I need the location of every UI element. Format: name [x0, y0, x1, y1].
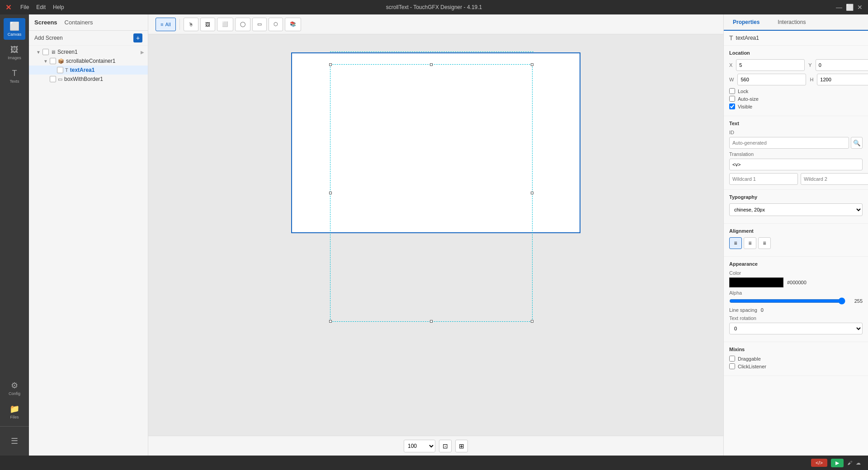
- layers-header: Screens Containers: [29, 14, 148, 31]
- color-label: Color: [729, 270, 863, 276]
- appearance-section: Appearance Color #000000 Alpha 255 Line …: [724, 257, 868, 342]
- wildcard-row: − +: [729, 173, 863, 185]
- autosize-label: Auto-size: [738, 96, 759, 102]
- lock-checkbox[interactable]: [729, 88, 735, 94]
- tools-divider: [0, 426, 29, 427]
- typography-select[interactable]: chinese, 20px: [729, 203, 863, 216]
- tool-images[interactable]: 🖼 Images: [4, 42, 25, 63]
- tool-hamburger[interactable]: ☰: [4, 430, 25, 452]
- w-input[interactable]: [737, 74, 806, 85]
- wildcard1-input[interactable]: [729, 173, 798, 185]
- text-rotation-select[interactable]: 0: [729, 323, 863, 334]
- alpha-slider[interactable]: [729, 297, 845, 305]
- code-icon: </>: [816, 460, 823, 465]
- title-bar: ✕ File Edit Help scrollText - TouchGFX D…: [0, 0, 868, 14]
- mixins-section: Mixins Draggable ClickListener: [724, 342, 868, 376]
- id-row: 🔍: [729, 137, 863, 149]
- tab-interactions[interactable]: Interactions: [769, 14, 815, 31]
- play-button[interactable]: ▶: [831, 459, 844, 467]
- menu-file[interactable]: File: [20, 4, 29, 10]
- boxwithborder1-label: boxWithBorder1: [64, 76, 103, 82]
- window-controls: — ⬜ ✕: [836, 4, 863, 11]
- translation-input[interactable]: [729, 159, 863, 170]
- play-icon: ▶: [835, 460, 839, 466]
- color-hex-value: #000000: [787, 280, 807, 285]
- toolbar-image-button[interactable]: 🖼: [200, 18, 215, 31]
- zoom-select[interactable]: 100 50 75 150 200: [404, 440, 435, 452]
- line-spacing-label: Line spacing: [729, 307, 757, 313]
- tools-sidebar: ⬜ Canvas 🖼 Images T Texts ⚙ Config 📁 Fil…: [0, 14, 29, 456]
- crop-button[interactable]: ⊞: [455, 440, 468, 452]
- menu-edit[interactable]: Edit: [36, 4, 46, 10]
- all-icon: ≡: [160, 22, 163, 27]
- tree-item-boxwithborder1[interactable]: ▭ boxWithBorder1: [29, 75, 148, 84]
- h-label: H: [810, 77, 813, 82]
- properties-tabs: Properties Interactions: [724, 14, 868, 31]
- x-input[interactable]: [736, 59, 805, 71]
- color-swatch[interactable]: [729, 277, 783, 287]
- screens-label[interactable]: Screens: [34, 19, 57, 26]
- minimize-button[interactable]: —: [836, 4, 842, 11]
- lock-row: Lock: [729, 88, 863, 94]
- toolbar-shape-button[interactable]: ▭: [252, 18, 267, 31]
- main-layout: ⬜ Canvas 🖼 Images T Texts ⚙ Config 📁 Fil…: [0, 14, 868, 456]
- fit-screen-button[interactable]: ⊡: [439, 440, 452, 452]
- maximize-button[interactable]: ⬜: [846, 4, 854, 11]
- screen1-arrow: ▶: [141, 50, 144, 55]
- wildcard2-input[interactable]: [801, 173, 868, 185]
- text-id-input[interactable]: [729, 137, 849, 149]
- scrollable-label: scrollableContainer1: [66, 58, 115, 64]
- containers-label[interactable]: Containers: [65, 19, 93, 26]
- mixins-title: Mixins: [729, 347, 863, 352]
- visible-checkbox[interactable]: [729, 103, 735, 109]
- line-spacing-row: Line spacing 0: [729, 307, 863, 313]
- checkbox-box[interactable]: [50, 76, 56, 82]
- box-icon: ▭: [58, 76, 62, 82]
- tree-item-scrollablecontainer1[interactable]: ▼ 📦 scrollableContainer1: [29, 56, 148, 66]
- menu-help[interactable]: Help: [53, 4, 64, 10]
- screen-frame[interactable]: [291, 52, 580, 233]
- toolbar-box-button[interactable]: ⬜: [217, 18, 233, 31]
- align-center-button[interactable]: ≡: [744, 237, 756, 249]
- toolbar-hex-button[interactable]: ⬡: [269, 18, 283, 31]
- toolbar-layers-button[interactable]: 📚: [285, 18, 301, 31]
- text-title: Text: [729, 121, 863, 126]
- handle-bl: [329, 320, 332, 323]
- add-screen-button[interactable]: +: [133, 33, 142, 42]
- tool-files[interactable]: 📁 Files: [4, 401, 25, 423]
- files-label: Files: [10, 415, 19, 419]
- clicklistener-checkbox[interactable]: [729, 363, 735, 369]
- element-id-row: T textArea1: [724, 31, 868, 46]
- tab-properties[interactable]: Properties: [724, 14, 769, 31]
- checkbox-scrollable[interactable]: [50, 58, 56, 64]
- canvas-viewport[interactable]: [148, 34, 723, 436]
- draggable-checkbox[interactable]: [729, 356, 735, 362]
- all-label: All: [165, 22, 170, 27]
- autosize-checkbox[interactable]: [729, 96, 735, 102]
- close-button[interactable]: ✕: [857, 4, 863, 11]
- tree-item-textarea1[interactable]: T textArea1: [29, 66, 148, 75]
- location-title: Location: [729, 50, 863, 56]
- toolbar-interaction-button[interactable]: 🖱: [184, 18, 198, 31]
- tool-config[interactable]: ⚙ Config: [4, 377, 25, 399]
- screen-icon: 🖥: [51, 49, 56, 55]
- search-id-button[interactable]: 🔍: [851, 137, 863, 149]
- paintbrush-icon[interactable]: 🖌: [847, 460, 852, 465]
- code-button[interactable]: </>: [811, 459, 827, 467]
- tool-texts[interactable]: T Texts: [4, 65, 25, 87]
- tool-canvas[interactable]: ⬜ Canvas: [4, 18, 25, 40]
- properties-panel: Properties Interactions T textArea1 Loca…: [723, 14, 868, 456]
- checkbox-textarea[interactable]: [57, 67, 63, 73]
- cloud-icon[interactable]: ☁: [856, 460, 861, 466]
- align-left-button[interactable]: ≡: [729, 237, 742, 249]
- y-input[interactable]: [816, 59, 868, 71]
- tree-item-screen1[interactable]: ▼ 🖥 Screen1 ▶: [29, 47, 148, 56]
- toolbar-circle-button[interactable]: ◯: [235, 18, 250, 31]
- appearance-title: Appearance: [729, 261, 863, 267]
- h-input[interactable]: [817, 74, 868, 85]
- align-right-button[interactable]: ≡: [758, 237, 771, 249]
- container-icon: 📦: [58, 58, 64, 64]
- id-sublabel: ID: [729, 130, 863, 135]
- checkbox-screen1[interactable]: [42, 49, 49, 55]
- toolbar-all-button[interactable]: ≡ All: [156, 18, 176, 31]
